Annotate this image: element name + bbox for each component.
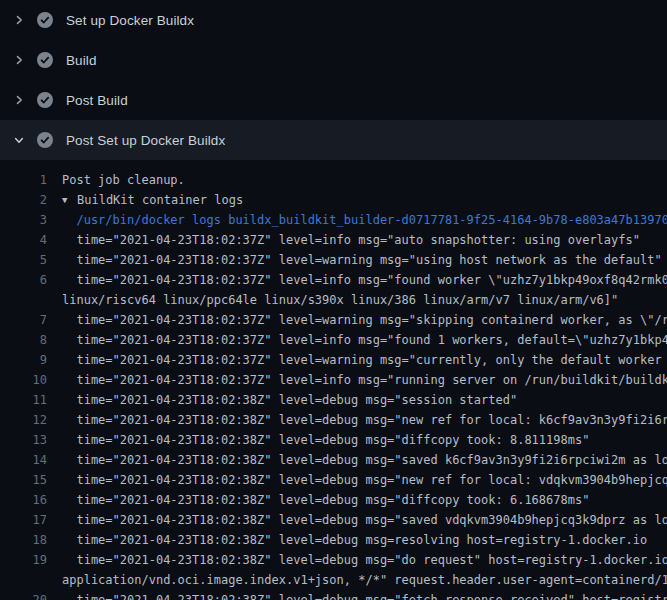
log-row: linux/riscv64 linux/ppc64le linux/s390x … [0,290,667,310]
log-row: 19 time="2021-04-23T18:02:38Z" level=deb… [0,550,667,570]
line-number[interactable]: 19 [0,550,47,570]
chevron-right-icon [13,14,25,26]
line-number[interactable]: 18 [0,530,47,550]
log-text: application/vnd.oci.image.index.v1+json,… [62,570,667,590]
log-viewer[interactable]: 1 Post job cleanup. 2 ▼BuildKit containe… [0,160,667,600]
log-text[interactable]: ▼BuildKit container logs [62,190,243,210]
step-title: Post Set up Docker Buildx [66,133,225,148]
log-row: 11 time="2021-04-23T18:02:38Z" level=deb… [0,390,667,410]
chevron-down-icon [13,134,25,146]
line-number[interactable]: 4 [0,230,47,250]
log-text: time="2021-04-23T18:02:38Z" level=debug … [62,390,517,410]
log-text: time="2021-04-23T18:02:38Z" level=debug … [62,490,589,510]
job-steps-list: Set up Docker Buildx Build Post Build [0,0,667,160]
log-row: 7 time="2021-04-23T18:02:37Z" level=warn… [0,310,667,330]
line-number[interactable]: 20 [0,590,47,600]
log-text: time="2021-04-23T18:02:38Z" level=debug … [62,470,667,490]
line-number[interactable]: 16 [0,490,47,510]
log-row: 13 time="2021-04-23T18:02:38Z" level=deb… [0,430,667,450]
line-number[interactable]: 13 [0,430,47,450]
log-row: 2 ▼BuildKit container logs [0,190,667,210]
line-number[interactable]: 5 [0,250,47,270]
log-text: time="2021-04-23T18:02:38Z" level=debug … [62,550,667,570]
log-row: 16 time="2021-04-23T18:02:38Z" level=deb… [0,490,667,510]
line-number[interactable]: 15 [0,470,47,490]
log-row: 12 time="2021-04-23T18:02:38Z" level=deb… [0,410,667,430]
check-circle-icon [37,92,53,108]
check-circle-icon [37,132,53,148]
log-row: 14 time="2021-04-23T18:02:38Z" level=deb… [0,450,667,470]
log-text: time="2021-04-23T18:02:38Z" level=debug … [62,510,667,530]
log-row: 18 time="2021-04-23T18:02:38Z" level=deb… [0,530,667,550]
step-title: Build [66,53,97,68]
line-number[interactable]: 8 [0,330,47,350]
log-text: time="2021-04-23T18:02:37Z" level=warnin… [62,250,662,270]
log-text: time="2021-04-23T18:02:37Z" level=info m… [62,230,640,250]
log-text: time="2021-04-23T18:02:37Z" level=info m… [62,330,667,350]
log-text: time="2021-04-23T18:02:37Z" level=info m… [62,370,667,390]
log-row: 15 time="2021-04-23T18:02:38Z" level=deb… [0,470,667,490]
log-text: linux/riscv64 linux/ppc64le linux/s390x … [62,290,618,310]
line-number[interactable]: 10 [0,370,47,390]
log-text: time="2021-04-23T18:02:37Z" level=info m… [62,270,667,290]
line-number[interactable]: 17 [0,510,47,530]
log-row: 3 /usr/bin/docker logs buildx_buildkit_b… [0,210,667,230]
log-text: /usr/bin/docker logs buildx_buildkit_bui… [62,210,667,230]
log-row: 8 time="2021-04-23T18:02:37Z" level=info… [0,330,667,350]
log-text: time="2021-04-23T18:02:38Z" level=debug … [62,410,667,430]
log-row: 9 time="2021-04-23T18:02:37Z" level=warn… [0,350,667,370]
log-text: Post job cleanup. [62,170,185,190]
line-number[interactable]: 1 [0,170,47,190]
step-title: Post Build [66,93,128,108]
step-header-set-up-docker-buildx[interactable]: Set up Docker Buildx [0,0,667,40]
step-header-post-set-up-docker-buildx[interactable]: Post Set up Docker Buildx [0,120,667,160]
log-text: time="2021-04-23T18:02:38Z" level=debug … [62,450,667,470]
group-toggle-icon[interactable]: ▼ [62,190,77,210]
log-row: 5 time="2021-04-23T18:02:37Z" level=warn… [0,250,667,270]
step-header-post-build[interactable]: Post Build [0,80,667,120]
log-text: time="2021-04-23T18:02:38Z" level=debug … [62,430,589,450]
log-text: time="2021-04-23T18:02:37Z" level=warnin… [62,350,667,370]
line-number[interactable]: 3 [0,210,47,230]
line-number[interactable]: 7 [0,310,47,330]
line-number[interactable]: 2 [0,190,47,210]
check-circle-icon [37,12,53,28]
log-row: 1 Post job cleanup. [0,170,667,190]
line-number[interactable]: 11 [0,390,47,410]
line-number[interactable]: 14 [0,450,47,470]
line-number[interactable]: 6 [0,270,47,290]
chevron-right-icon [13,54,25,66]
log-text: time="2021-04-23T18:02:38Z" level=debug … [62,590,667,600]
line-number[interactable]: 9 [0,350,47,370]
log-row: 6 time="2021-04-23T18:02:37Z" level=info… [0,270,667,290]
step-title: Set up Docker Buildx [66,13,194,28]
line-number[interactable]: 12 [0,410,47,430]
chevron-right-icon [13,94,25,106]
log-row: 17 time="2021-04-23T18:02:38Z" level=deb… [0,510,667,530]
log-row: 4 time="2021-04-23T18:02:37Z" level=info… [0,230,667,250]
log-text: time="2021-04-23T18:02:37Z" level=warnin… [62,310,667,330]
step-header-build[interactable]: Build [0,40,667,80]
log-row: 10 time="2021-04-23T18:02:37Z" level=inf… [0,370,667,390]
log-text: time="2021-04-23T18:02:38Z" level=debug … [62,530,647,550]
log-row: application/vnd.oci.image.index.v1+json,… [0,570,667,590]
check-circle-icon [37,52,53,68]
log-row: 20 time="2021-04-23T18:02:38Z" level=deb… [0,590,667,600]
